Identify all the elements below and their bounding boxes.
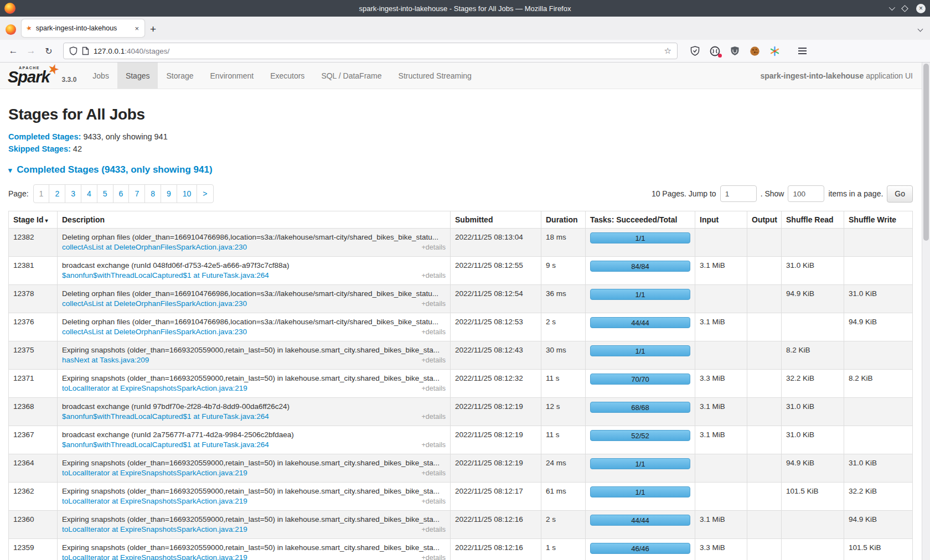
shield-icon[interactable] — [69, 46, 78, 55]
stage-id-cell: 12368 — [9, 398, 58, 426]
tasks-progress-bar: 44/44 — [590, 317, 690, 328]
description-cell: broadcast exchange (runId 2a75677f-a771-… — [58, 426, 451, 454]
page-button-7[interactable]: 7 — [128, 184, 145, 203]
details-toggle[interactable]: +details — [422, 242, 446, 252]
page-button-4[interactable]: 4 — [81, 184, 97, 203]
nav-item-environment[interactable]: Environment — [202, 63, 262, 89]
column-header-output[interactable]: Output — [747, 211, 782, 229]
back-button[interactable]: ← — [6, 45, 21, 56]
details-toggle[interactable]: +details — [422, 553, 446, 560]
page-scrollbar[interactable] — [922, 63, 930, 560]
pagination-row: Page: 12345678910> 10 Pages. Jump to . S… — [8, 184, 913, 203]
input-cell: 3.1 MiB — [695, 257, 747, 285]
duration-cell: 2 s — [541, 511, 586, 539]
tasks-cell: 52/52 — [586, 426, 695, 454]
column-header-stage-id[interactable]: Stage Id▾ — [9, 211, 58, 229]
stage-detail-link[interactable]: $anonfun$withThreadLocalCaptured$1 at Fu… — [62, 271, 269, 281]
shuffle-read-cell — [782, 313, 844, 341]
window-maximize-icon[interactable] — [901, 5, 908, 12]
page-button-9[interactable]: 9 — [161, 184, 177, 203]
stage-detail-link[interactable]: hasNext at Tasks.java:209 — [62, 355, 149, 365]
details-toggle[interactable]: +details — [422, 525, 446, 535]
column-header-tasks-succeeded-total[interactable]: Tasks: Succeeded/Total — [586, 211, 695, 229]
details-toggle[interactable]: +details — [422, 383, 446, 393]
go-button[interactable]: Go — [887, 185, 913, 203]
menu-icon[interactable] — [798, 48, 807, 54]
details-toggle[interactable]: +details — [422, 412, 446, 422]
page-info-icon[interactable] — [82, 46, 89, 55]
details-toggle[interactable]: +details — [422, 271, 446, 281]
column-header-shuffle-write[interactable]: Shuffle Write — [844, 211, 913, 229]
page-button-10[interactable]: 10 — [177, 184, 198, 203]
nav-item-sql-dataframe[interactable]: SQL / DataFrame — [313, 63, 390, 89]
stage-detail-link[interactable]: toLocalIterator at ExpireSnapshotsSparkA… — [62, 383, 247, 393]
page-button-6[interactable]: 6 — [113, 184, 130, 203]
tasks-cell: 1/1 — [586, 341, 695, 370]
stage-detail-link[interactable]: toLocalIterator at ExpireSnapshotsSparkA… — [62, 468, 247, 478]
page-button-1[interactable]: 1 — [33, 184, 50, 203]
stage-detail-link[interactable]: toLocalIterator at ExpireSnapshotsSparkA… — [62, 496, 247, 506]
spark-logo[interactable]: APACHE Spark ★ — [8, 66, 58, 85]
stage-detail-link[interactable]: collectAsList at DeleteOrphanFilesSparkA… — [62, 242, 247, 252]
description-cell: Expiring snapshots (older_than=166932055… — [58, 539, 451, 560]
next-page-button[interactable]: > — [197, 184, 213, 203]
window-close-icon[interactable]: × — [916, 4, 926, 13]
page-button-8[interactable]: 8 — [144, 184, 161, 203]
stage-detail-link[interactable]: $anonfun$withThreadLocalCaptured$1 at Fu… — [62, 440, 269, 450]
column-header-input[interactable]: Input — [695, 211, 747, 229]
details-toggle[interactable]: +details — [422, 355, 446, 365]
column-header-description[interactable]: Description — [58, 211, 451, 229]
page-button-2[interactable]: 2 — [49, 184, 65, 203]
tab-close-icon[interactable]: × — [133, 24, 140, 33]
column-header-submitted[interactable]: Submitted — [451, 211, 541, 229]
column-header-duration[interactable]: Duration — [541, 211, 586, 229]
nav-item-structured-streaming[interactable]: Structured Streaming — [390, 63, 480, 89]
stage-detail-link[interactable]: $anonfun$withThreadLocalCaptured$1 at Fu… — [62, 412, 269, 422]
jump-to-page-input[interactable] — [720, 185, 757, 202]
details-toggle[interactable]: +details — [422, 327, 446, 337]
firefox-view-icon[interactable] — [6, 24, 16, 35]
description-cell: Expiring snapshots (older_than=166932055… — [58, 483, 451, 511]
cookie-icon[interactable] — [750, 46, 760, 56]
completed-stages-section-toggle[interactable]: ▾ Completed Stages (9433, only showing 9… — [8, 164, 913, 175]
details-toggle[interactable]: +details — [422, 440, 446, 450]
page-button-3[interactable]: 3 — [65, 184, 81, 203]
input-cell — [695, 483, 747, 511]
description-cell: Deleting orphan files (older_than=166910… — [58, 285, 451, 313]
new-tab-button[interactable]: + — [150, 24, 156, 34]
scrollbar-thumb[interactable] — [923, 64, 929, 241]
tasks-progress-bar: 1/1 — [590, 232, 690, 243]
shuffle-read-cell: 94.9 KiB — [782, 454, 844, 483]
page-button-5[interactable]: 5 — [97, 184, 113, 203]
extension-shield-check-icon[interactable] — [690, 46, 700, 56]
input-cell — [695, 285, 747, 313]
url-text[interactable]: 127.0.0.1:4040/stages/ — [94, 47, 660, 55]
nav-item-executors[interactable]: Executors — [262, 63, 313, 89]
list-tabs-icon[interactable] — [918, 27, 923, 32]
details-toggle[interactable]: +details — [422, 496, 446, 506]
nav-item-storage[interactable]: Storage — [158, 63, 202, 89]
nav-item-jobs[interactable]: Jobs — [84, 63, 117, 89]
url-bar[interactable]: 127.0.0.1:4040/stages/ ☆ — [63, 43, 678, 59]
tasks-cell: 68/68 — [586, 398, 695, 426]
extension-asterisk-icon[interactable] — [769, 46, 780, 56]
window-minimize-icon[interactable] — [889, 4, 895, 11]
bookmark-star-icon[interactable]: ☆ — [664, 46, 671, 56]
items-per-page-input[interactable] — [788, 185, 824, 202]
details-toggle[interactable]: +details — [422, 468, 446, 478]
column-header-shuffle-read[interactable]: Shuffle Read — [782, 211, 844, 229]
reload-button[interactable]: ↻ — [41, 46, 56, 56]
nav-item-stages[interactable]: Stages — [117, 63, 158, 89]
stage-id-cell: 12362 — [9, 483, 58, 511]
ublock-shield-icon[interactable] — [730, 46, 740, 56]
window-title: spark-ingest-into-lakehouse - Stages for… — [0, 4, 930, 13]
stage-detail-link[interactable]: collectAsList at DeleteOrphanFilesSparkA… — [62, 327, 247, 337]
stage-detail-link[interactable]: toLocalIterator at ExpireSnapshotsSparkA… — [62, 553, 247, 560]
extension-container-icon[interactable] — [710, 46, 720, 56]
shuffle-write-cell: 31.0 KiB — [844, 285, 913, 313]
stage-detail-link[interactable]: toLocalIterator at ExpireSnapshotsSparkA… — [62, 525, 247, 535]
details-toggle[interactable]: +details — [422, 299, 446, 309]
browser-tab[interactable]: ★ spark-ingest-into-lakehous × — [22, 19, 144, 37]
stage-detail-link[interactable]: collectAsList at DeleteOrphanFilesSparkA… — [62, 299, 247, 309]
shuffle-write-cell: 101.5 KiB — [844, 539, 913, 560]
